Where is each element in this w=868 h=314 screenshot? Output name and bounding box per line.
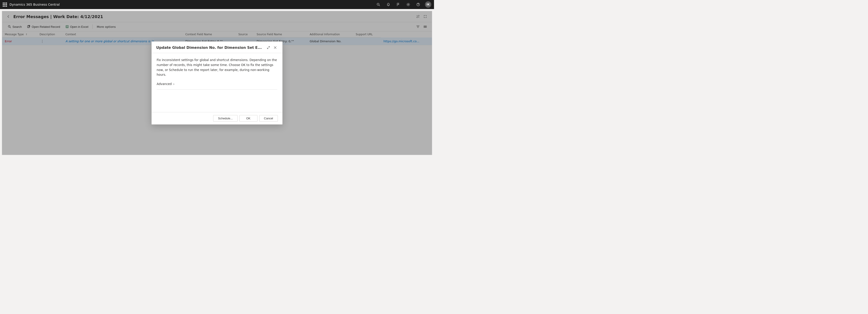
advanced-label: Advanced [157, 82, 172, 86]
nav-icon-group: IK [375, 1, 431, 8]
apps-menu-icon[interactable] [3, 2, 7, 6]
svg-line-1 [379, 5, 380, 6]
modal-dialog: Update Global Dimension No. for Dimensio… [151, 41, 283, 124]
user-avatar[interactable]: IK [425, 1, 431, 8]
modal-close-icon[interactable] [272, 45, 278, 50]
modal-header: Update Global Dimension No. for Dimensio… [152, 41, 282, 53]
advanced-section[interactable]: Advanced › [157, 82, 277, 90]
advanced-chevron-icon: › [173, 82, 175, 86]
modal-body: Fix inconsistent settings for global and… [152, 53, 282, 112]
modal-overlay: Update Global Dimension No. for Dimensio… [2, 11, 432, 155]
ok-button[interactable]: OK [239, 115, 257, 122]
cancel-button[interactable]: Cancel [259, 115, 278, 122]
modal-footer: Schedule... OK Cancel [152, 112, 282, 124]
app-title: Dynamics 365 Business Central [9, 3, 373, 6]
modal-header-icons [266, 45, 278, 50]
flag-nav-icon[interactable] [395, 1, 401, 8]
modal-title: Update Global Dimension No. for Dimensio… [156, 45, 264, 50]
search-nav-icon[interactable] [375, 1, 381, 8]
settings-nav-icon[interactable] [405, 1, 411, 8]
top-navigation: Dynamics 365 Business Central [0, 0, 434, 9]
svg-point-4 [418, 5, 418, 5]
modal-description: Fix inconsistent settings for global and… [157, 58, 277, 77]
page-content-area: Error Messages | Work Date: 4/12/2021 Se… [2, 11, 432, 155]
svg-point-2 [408, 4, 409, 5]
modal-spacer [157, 90, 277, 107]
modal-expand-icon[interactable] [266, 45, 271, 50]
help-nav-icon[interactable] [415, 1, 421, 8]
schedule-button[interactable]: Schedule... [213, 115, 237, 122]
bell-nav-icon[interactable] [385, 1, 392, 8]
